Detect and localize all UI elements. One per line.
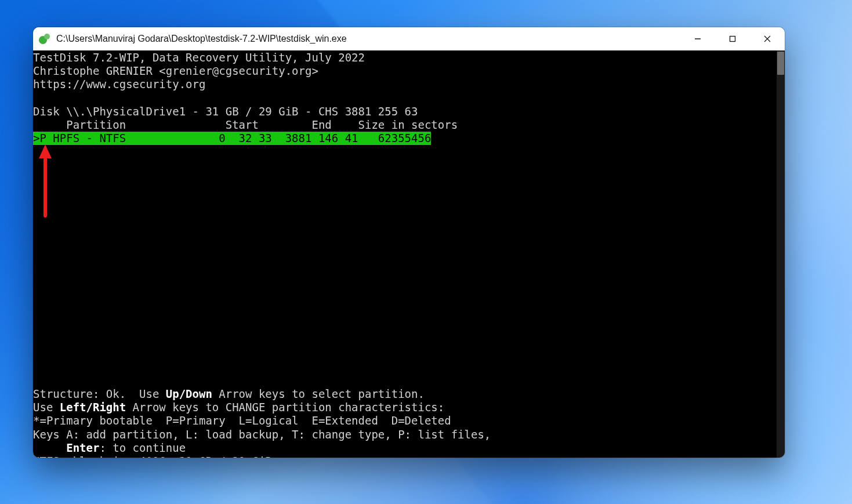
keys-help-line: Keys A: add partition, L: load backup, T…: [33, 428, 491, 441]
change-chars-line: Use Left/Right Arrow keys to CHANGE part…: [33, 401, 444, 414]
legend-line: *=Primary bootable P=Primary L=Logical E…: [33, 414, 451, 427]
console-text: TestDisk 7.2-WIP, Data Recovery Utility,…: [33, 50, 777, 458]
app-icon: [39, 33, 50, 45]
app-window: C:\Users\Manuviraj Godara\Desktop\testdi…: [33, 27, 785, 458]
console-scrollbar[interactable]: [777, 50, 785, 458]
console-area[interactable]: TestDisk 7.2-WIP, Data Recovery Utility,…: [33, 50, 785, 458]
selected-partition-row[interactable]: >P HPFS - NTFS 0 32 33 3881 146 41 62355…: [33, 132, 431, 145]
url-line: https://www.cgsecurity.org: [33, 78, 205, 90]
titlebar[interactable]: C:\Users\Manuviraj Godara\Desktop\testdi…: [33, 27, 785, 50]
partition-table-header: Partition Start End Size in sectors: [33, 118, 458, 131]
window-controls: [680, 27, 785, 50]
svg-rect-1: [730, 37, 735, 42]
app-header-line: TestDisk 7.2-WIP, Data Recovery Utility,…: [33, 51, 365, 64]
maximize-button[interactable]: [715, 27, 750, 50]
filesystem-info-line: NTFS, blocksize=4096, 31 GB / 29 GiB: [33, 455, 272, 458]
disk-info-line: Disk \\.\PhysicalDrive1 - 31 GB / 29 GiB…: [33, 105, 418, 118]
close-button[interactable]: [750, 27, 785, 50]
enter-continue-line: Enter: to continue: [33, 441, 186, 454]
scrollbar-thumb[interactable]: [777, 52, 784, 75]
window-title: C:\Users\Manuviraj Godara\Desktop\testdi…: [56, 34, 347, 44]
maximize-icon: [729, 35, 736, 42]
minimize-icon: [694, 35, 701, 42]
structure-line: Structure: Ok. Use Up/Down Arrow keys to…: [33, 387, 425, 400]
minimize-button[interactable]: [680, 27, 715, 50]
author-line: Christophe GRENIER <grenier@cgsecurity.o…: [33, 64, 318, 77]
close-icon: [764, 35, 771, 42]
